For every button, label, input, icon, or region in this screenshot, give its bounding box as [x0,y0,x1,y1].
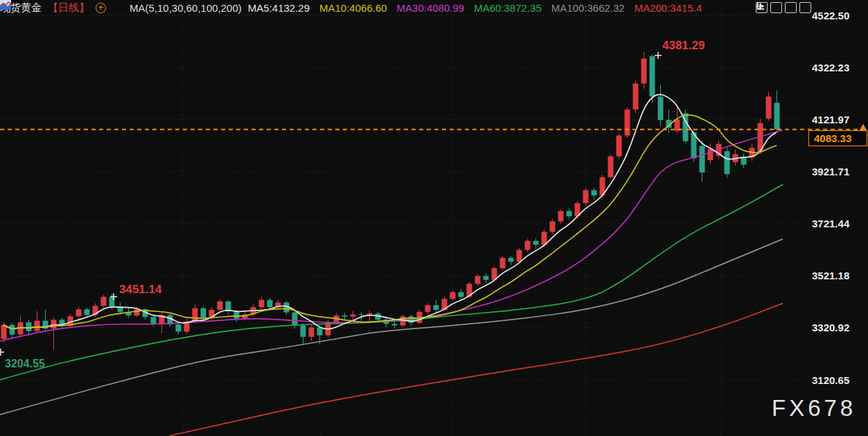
candle[interactable] [76,306,82,318]
ma100-value-label: MA100:3662.32 [551,2,625,14]
axis-tick-label: 3120.65 [812,374,849,386]
kline-style-icon[interactable] [112,3,123,12]
chart-header: 现货黄金 【日线】 + MA(5,10,30,60,100,200) MA5:4… [0,0,702,15]
candle[interactable] [641,52,647,89]
axis-tick-label: 3921.71 [812,166,849,177]
ma30-value-label: MA30:4080.99 [397,2,465,14]
axis-tick-label: 4522.50 [812,10,849,21]
candle[interactable] [583,188,589,206]
ma200-value-label: MA200:3415.4 [635,2,702,14]
chart-toolbar [756,2,811,13]
annotation-low-3204: 3204.55 [5,358,45,369]
candle[interactable] [384,317,389,327]
candle[interactable] [725,147,730,177]
candles-layer[interactable] [1,52,780,349]
candle[interactable] [450,290,456,301]
candle[interactable] [417,310,423,324]
fit-x-axis-icon[interactable] [785,2,797,13]
candle[interactable] [567,209,572,220]
chart-window: 4381.293451.143204.554522.504322.234121.… [0,0,868,436]
add-indicator-icon[interactable]: + [96,3,106,13]
axis-tick-label: 3721.44 [812,218,850,229]
ma10-line [3,115,777,329]
watermark: FX678 [772,395,856,421]
grid-layer [0,8,804,436]
candle[interactable] [459,289,464,299]
candle[interactable] [259,297,265,309]
candle[interactable] [309,325,315,341]
candle[interactable] [608,155,614,180]
candle[interactable] [292,311,298,329]
axis-tick-label: 4121.97 [812,114,849,125]
candle[interactable] [633,81,639,113]
candle[interactable] [151,315,157,326]
candle[interactable] [301,323,306,345]
candle[interactable] [168,313,173,327]
candle[interactable] [143,308,148,320]
fit-y-axis-icon[interactable] [770,2,782,13]
candle[interactable] [658,85,664,126]
ma60-value-label: MA60:3872.35 [474,2,542,14]
candle[interactable] [60,317,65,329]
annotation-high-3451: 3451.14 [119,283,162,296]
candle[interactable] [434,300,439,313]
candle[interactable] [774,90,780,132]
candle[interactable] [342,313,348,320]
candle[interactable] [10,323,15,339]
current-price-line [0,124,868,132]
ma60-line [0,184,783,380]
candle[interactable] [226,300,231,315]
candle[interactable] [600,175,605,198]
candle[interactable] [500,256,506,270]
candle[interactable] [18,315,24,336]
ma-lines-layer [0,94,783,435]
candlestick-chart[interactable]: 4381.293451.143204.554522.504322.234121.… [0,0,868,436]
candle[interactable] [592,188,597,200]
candle[interactable] [425,304,431,315]
price-axis[interactable]: 4522.504322.234121.973921.713721.443521.… [812,10,850,386]
current-price-tag: 4083.33 [808,130,867,146]
candle[interactable] [43,310,48,332]
candle[interactable] [176,322,181,335]
ma-summary-label: MA(5,10,30,60,100,200) [130,2,242,14]
candle[interactable] [558,209,564,223]
axis-tick-label: 3521.18 [812,270,849,281]
candle[interactable] [101,295,107,308]
candle[interactable] [533,238,539,249]
candle[interactable] [733,150,738,166]
candle[interactable] [68,314,73,329]
candle[interactable] [617,134,622,159]
pan-right-icon[interactable] [799,2,811,13]
candle[interactable] [484,273,489,283]
annotation-high-4381: 4381.29 [662,39,705,52]
ma100-line [0,239,783,415]
ma10-value-label: MA10:4066.60 [319,2,387,14]
mini-chart-icon [0,0,11,10]
candle[interactable] [741,153,747,168]
axis-tick-label: 3320.92 [812,322,849,333]
pan-right-glyph [756,2,765,10]
axis-tick-label: 4322.23 [812,62,849,73]
candle[interactable] [284,301,290,315]
annotations-layer: 4381.293451.143204.55 [0,39,705,369]
candle[interactable] [184,319,190,334]
candle[interactable] [525,239,531,252]
candle[interactable] [35,311,40,333]
period-label: 【日线】 [48,1,89,15]
ma-values: MA5:4132.29MA10:4066.60MA30:4080.99MA60:… [248,2,702,14]
candle[interactable] [508,256,514,265]
ma5-value-label: MA5:4132.29 [248,2,310,14]
candle[interactable] [708,143,714,164]
candle[interactable] [625,107,630,138]
candle[interactable] [700,141,705,182]
candle[interactable] [218,299,223,312]
candle[interactable] [51,317,57,349]
candle[interactable] [550,219,556,234]
candle[interactable] [766,92,772,121]
